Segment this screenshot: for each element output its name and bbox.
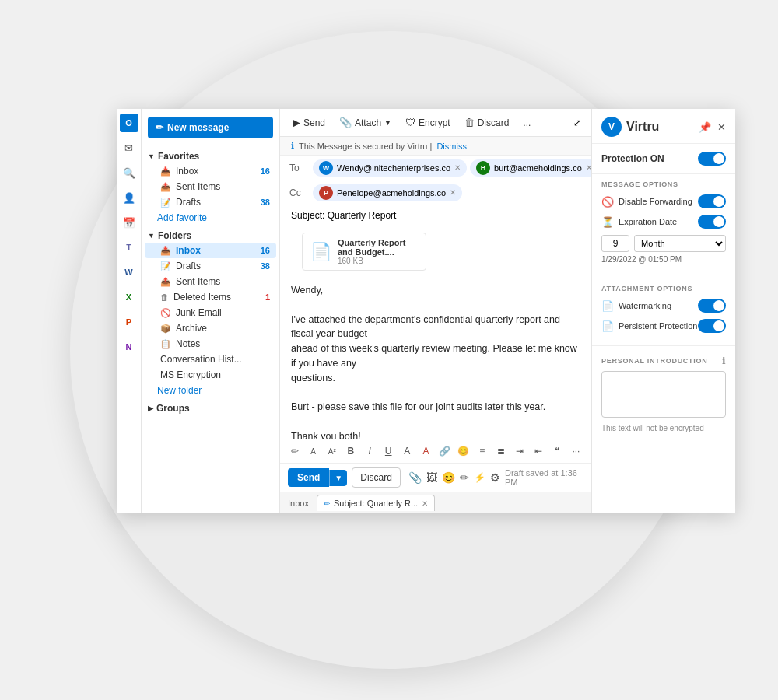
expiration-number-input[interactable] [601,235,629,252]
compose-tab[interactable]: ✏ Subject: Quarterly R... ✕ [317,495,435,511]
calendar-icon[interactable]: 📅 [120,213,138,232]
format-bold-button[interactable]: B [342,443,359,460]
personal-intro-note: This text will not be encrypted [601,424,726,432]
powerpoint-icon[interactable]: P [120,313,138,331]
format-toolbar: ✏ A A² B I U A A 🔗 😊 ≡ ≣ ⇥ ⇤ ❝ ··· [280,439,591,463]
sidebar-item-fav-sent[interactable]: 📤 Sent Items [145,179,276,194]
outlook-icon[interactable]: O [120,114,138,132]
persistent-protection-label-row: 📄 Persistent Protection [601,320,698,332]
teams-icon[interactable]: T [120,238,138,257]
format-color-button[interactable]: A [418,443,434,460]
sidebar-item-ms-encryption[interactable]: MS Encryption [145,367,276,383]
emoji-bar-icon[interactable]: 😊 [442,471,455,484]
highlight-bar-icon[interactable]: ✏ [460,471,469,484]
sidebar-item-fav-drafts[interactable]: 📝 Drafts 38 [145,194,276,210]
wendy-remove-icon[interactable]: ✕ [454,163,461,172]
send-main-button[interactable]: Send [288,468,329,487]
format-superscript-icon[interactable]: A² [324,443,340,460]
paperclip-icon[interactable]: 📎 [408,471,422,484]
drafts-icon: 📝 [160,198,171,208]
sidebar-item-inbox[interactable]: 📥 Inbox 16 [145,243,276,258]
format-pen-icon[interactable]: ✏ [286,443,303,460]
excel-icon[interactable]: X [120,288,138,306]
add-favorite-link[interactable]: Add favorite [142,210,279,226]
pin-icon[interactable]: 📌 [699,121,711,133]
personal-intro-info-icon[interactable]: ℹ [722,355,726,366]
persistent-protection-toggle[interactable] [698,319,726,333]
format-quote-icon[interactable]: ❝ [549,443,566,460]
burt-avatar: B [476,161,490,175]
sidebar-item-conv-history[interactable]: Conversation Hist... [145,352,276,367]
body-line-3: I've attached the department's confident… [291,313,580,342]
contacts-icon[interactable]: 👤 [120,188,138,207]
send-toolbar-button[interactable]: ▶ Send [289,115,328,130]
email-nav-icon[interactable]: ✉ [120,138,138,157]
format-list-number-icon[interactable]: ≣ [492,443,509,460]
more-toolbar-button[interactable]: ... [520,116,534,130]
close-virtru-icon[interactable]: ✕ [717,121,726,133]
burt-chip[interactable]: B burt@acmeholdings.co ✕ [470,159,598,177]
attachment-box[interactable]: 📄 Quarterly Report and Budget.... 160 KB [302,233,426,271]
virtru-bar-icon[interactable]: ⚡ [474,472,485,483]
sidebar-item-junk[interactable]: 🚫 Junk Email [145,305,276,320]
sidebar-item-archive[interactable]: 📦 Archive [145,320,276,336]
format-highlight-button[interactable]: A [399,443,415,460]
sidebar-item-fav-inbox[interactable]: 📥 Inbox 16 [145,163,276,179]
send-dropdown-button[interactable]: ▼ [329,470,347,486]
format-more-icon[interactable]: ··· [568,443,584,460]
folders-section[interactable]: ▼ Folders [142,226,279,243]
watermarking-label-row: 📄 Watermarking [601,300,671,312]
onenote-icon[interactable]: N [120,338,138,356]
image-icon[interactable]: 🖼 [426,471,437,484]
expiration-unit-select[interactable]: Month Day Year [634,235,726,252]
close-tab-icon[interactable]: ✕ [422,499,428,508]
search-icon[interactable]: 🔍 [120,163,138,182]
wendy-email: Wendy@initechenterprises.co [337,163,450,173]
disable-forwarding-toggle[interactable] [698,194,726,208]
wendy-chip[interactable]: W Wendy@initechenterprises.co ✕ [313,159,467,177]
compose-body[interactable]: Wendy, I've attached the department's co… [280,277,591,439]
favorites-section[interactable]: ▼ Favorites [142,146,279,163]
format-link-icon[interactable]: 🔗 [436,443,453,460]
to-recipient-row: To W Wendy@initechenterprises.co ✕ B bur… [280,156,591,180]
dismiss-link[interactable]: Dismiss [436,142,467,151]
groups-section[interactable]: ▶ Groups [142,398,279,415]
compose-tabs: Inbox ✏ Subject: Quarterly R... ✕ [280,492,591,513]
format-font-size-icon[interactable]: A [305,443,321,460]
format-indent-icon[interactable]: ⇥ [512,443,528,460]
options-bar-icon[interactable]: ⚙ [490,471,500,484]
sidebar-item-notes[interactable]: 📋 Notes [145,336,276,352]
penelope-remove-icon[interactable]: ✕ [450,188,456,197]
new-folder-link[interactable]: New folder [142,383,279,398]
new-message-button[interactable]: ✏ New message [148,117,273,138]
format-italic-button[interactable]: I [362,443,378,460]
sidebar: ✏ New message ▼ Favorites 📥 Inbox 16 📤 S… [142,109,280,513]
sidebar-item-drafts[interactable]: 📝 Drafts 38 [145,258,276,274]
sidebar-item-deleted[interactable]: 🗑 Deleted Items 1 [145,289,276,305]
discard-button[interactable]: Discard [352,467,401,488]
word-icon[interactable]: W [120,263,138,282]
sidebar-item-sent[interactable]: 📤 Sent Items [145,274,276,289]
format-list-bullet-icon[interactable]: ≡ [474,443,490,460]
attach-toolbar-button[interactable]: 📎 Attach ▼ [336,115,394,130]
personal-intro-textarea[interactable] [601,371,726,418]
persistent-protection-row: 📄 Persistent Protection [601,319,726,333]
expiration-date-toggle[interactable] [698,215,726,229]
penelope-chip[interactable]: P Penelope@acmeholdings.co ✕ [313,184,462,201]
format-emoji-icon[interactable]: 😊 [455,443,471,460]
edit-tab-icon: ✏ [324,499,330,508]
protection-toggle[interactable] [698,152,726,166]
deleted-icon: 🗑 [160,292,169,302]
format-outdent-icon[interactable]: ⇤ [531,443,547,460]
discard-toolbar-button[interactable]: 🗑 Discard [461,115,513,130]
disable-forwarding-label: Disable Forwarding [619,197,692,206]
format-underline-button[interactable]: U [380,443,397,460]
expand-compose-icon[interactable]: ⤢ [573,117,581,128]
protection-label: Protection ON [601,153,664,164]
disable-forwarding-label-row: 🚫 Disable Forwarding [601,196,692,208]
watermarking-toggle[interactable] [698,299,726,313]
expiration-input-row: Month Day Year [601,235,726,252]
virtru-logo: V Virtru [601,117,659,137]
expiration-icon: ⏳ [601,216,614,228]
encrypt-toolbar-button[interactable]: 🛡 Encrypt [402,115,454,130]
